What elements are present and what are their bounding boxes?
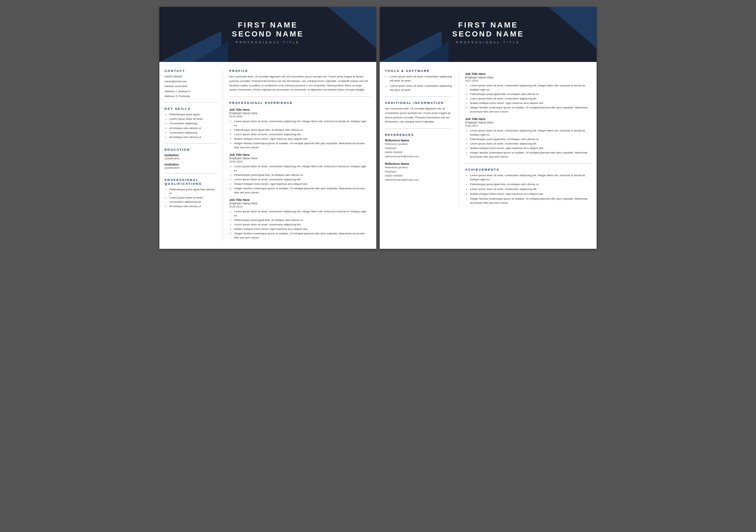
page1-header: FIRST NAME SECOND NAME PROFESSIONAL TITL… xyxy=(159,7,376,62)
p2-job1-b5: Integer facilisis scelerisque ipsum ut s… xyxy=(470,106,590,114)
p2-job1-bullets: Lorem ipsum dolor sit amet, consectetur … xyxy=(465,84,590,114)
p2-job2-b5: Integer facilisis scelerisque ipsum ut s… xyxy=(470,151,590,159)
job1-b5: Integer facilisis scelerisque ipsum ut s… xyxy=(234,141,370,150)
p2-job2-title: Job Title Here xyxy=(465,117,590,121)
skill-3: Consectetur adipiscing xyxy=(169,121,218,125)
page1-main: PROFILE Nec commodo ante. Ut convallis d… xyxy=(223,69,376,242)
edu-1-institution: Institution xyxy=(165,153,218,157)
job3-b2: Pellentesque porta ligula felis, at tris… xyxy=(234,218,370,222)
edu-2-qual: Qualification xyxy=(165,166,218,169)
additional-section: ADDITIONAL INFORMATION Nec commodo ante.… xyxy=(385,101,453,124)
page2-second-name: SECOND NAME xyxy=(387,30,590,39)
job1-b3: Lorem ipsum dolor sit amet, consectetur … xyxy=(234,132,370,137)
ref2-email: referencename@email.com xyxy=(385,178,453,182)
achievements-title: ACHIEVEMENTS xyxy=(465,168,590,171)
qual-2: Lorem ipsum dolor sit amet, consectetur … xyxy=(169,196,218,203)
p2-job1-b3: Lorem ipsum dolor sit amet, consectetur … xyxy=(470,97,590,101)
edu-2-institution: Institution xyxy=(165,163,218,166)
ach-3: Lorem ipsum dolor sit amet, consectetur … xyxy=(470,187,590,191)
contact-linkedin: linkedin.com/name xyxy=(165,84,218,88)
job1-employer: Employer Name Here xyxy=(229,111,370,115)
tools-section: TOOLS & SOFTWARE Lorem ipsum dolor sit a… xyxy=(385,69,453,92)
job3-employer: Employer Name Here xyxy=(229,202,370,205)
qual-3: At tristique odio ultrices ut xyxy=(169,204,218,208)
skill-4: At tristique odio ultrices ut xyxy=(169,126,218,130)
references-title: REFERENCES xyxy=(385,133,453,137)
job1-b4: Nullam tristique lorem lorem, eget maxim… xyxy=(234,137,370,141)
page1-title: PROFESSIONAL TITLE xyxy=(166,41,369,44)
skill-2: Lorem ipsum dolor sit amet xyxy=(169,117,218,121)
job3-title: Job Title Here xyxy=(229,198,370,202)
education-section: EDUCATION Institution Qualification Inst… xyxy=(165,148,218,169)
job1-title: Job Title Here xyxy=(229,108,370,111)
p2-job1-title: Job Title Here xyxy=(465,72,590,76)
job3-b1: Lorem ipsum dolor sit amet, consectetur … xyxy=(234,210,370,218)
job2-dates: 2018-2019 xyxy=(229,160,370,163)
p2-job2-b4: Nullam tristique lorem lorem, eget maxim… xyxy=(470,146,590,150)
job2-bullets: Lorem ipsum dolor sit amet, consectetur … xyxy=(229,164,370,195)
p2-job2-b1: Lorem ipsum dolor sit amet, consectetur … xyxy=(470,129,590,137)
p2-job1-dates: 2017-2018 xyxy=(465,79,590,82)
tool-2: Lorem ipsum dolor sit amet, consectetur … xyxy=(390,84,453,92)
p2-job2-employer: Employer Name Here xyxy=(465,121,590,124)
skills-list: Pellentesque porta ligula Lorem ipsum do… xyxy=(165,113,218,139)
contact-phone: 00000 000000 xyxy=(165,75,218,78)
job2-b3: Lorem ipsum dolor sit amet, consectetur … xyxy=(234,178,370,182)
job3-dates: 2018-2019 xyxy=(229,205,370,208)
ref2-position: Reference position xyxy=(385,166,453,170)
ref2-phone: 00000 000000 xyxy=(385,174,453,178)
tool-1: Lorem ipsum dolor sit amet, consectetur … xyxy=(390,75,453,83)
additional-text: Nec commodo ante. Ut convallis dignissim… xyxy=(385,107,453,124)
qual-1: Pellentesque porta ligula felis ultrices… xyxy=(169,188,218,195)
page2-body: TOOLS & SOFTWARE Lorem ipsum dolor sit a… xyxy=(380,62,597,213)
ach-4: Nullam tristique lorem lorem, eget maxim… xyxy=(470,192,590,196)
page1-first-name: FIRST NAME xyxy=(166,21,369,30)
ref1-phone: 00000 000000 xyxy=(385,150,453,155)
additional-title: ADDITIONAL INFORMATION xyxy=(385,101,453,105)
p2-job1-b1: Lorem ipsum dolor sit amet, consectetur … xyxy=(470,84,590,92)
qual-list: Pellentesque porta ligula felis ultrices… xyxy=(165,188,218,208)
page2-title: PROFESSIONAL TITLE xyxy=(387,41,590,44)
job1-b2: Pellentesque porta ligula felis, at tris… xyxy=(234,128,370,132)
qual-title: PROFESSIONAL QUALIFICATIONS xyxy=(165,178,218,185)
job3-b3: Lorem ipsum dolor sit amet, consectetur … xyxy=(234,223,370,227)
ach-5: Integer facilisis scelerisque ipsum ut s… xyxy=(470,197,590,205)
achievements-list: Lorem ipsum dolor sit amet, consectetur … xyxy=(465,173,590,205)
skill-6: At tristique odio ultrices ut xyxy=(169,135,218,139)
p2-job1-b4: Nullam tristique lorem lorem, eget maxim… xyxy=(470,101,590,105)
ref2-name: Reference Name xyxy=(385,162,453,166)
profile-text: Nec commodo ante. Ut convallis dignissim… xyxy=(229,75,370,92)
ach-2: Pellentesque porta ligula felis, at tris… xyxy=(470,182,590,187)
page2-right: Job Title Here Employer Name Here 2017-2… xyxy=(459,69,597,206)
skills-title: KEY SKILLS xyxy=(165,107,218,110)
job2-b2: Pellentesque porta ligula felis, at tris… xyxy=(234,173,370,177)
contact-email: name@email.com xyxy=(165,79,218,83)
job1-b1: Lorem ipsum dolor sit amet, consectetur … xyxy=(234,119,370,128)
job3-b4: Nullam tristique lorem lorem, eget maxim… xyxy=(234,227,370,231)
p2-job2-b2: Pellentesque porta ligula felis, at tris… xyxy=(470,137,590,141)
tools-list: Lorem ipsum dolor sit amet, consectetur … xyxy=(385,75,453,92)
p2-job2-b3: Lorem ipsum dolor sit amet, consectetur … xyxy=(470,142,590,146)
page1-body: CONTACT 00000 000000 name@email.com link… xyxy=(159,62,376,249)
job2-title: Job Title Here xyxy=(229,153,370,157)
references-section: REFERENCES Reference Name Reference posi… xyxy=(385,133,453,182)
page1-sidebar: CONTACT 00000 000000 name@email.com link… xyxy=(159,69,223,242)
p2-job2-dates: 2016-2017 xyxy=(465,124,590,127)
profile-title: PROFILE xyxy=(229,69,370,73)
ref1-employer: Employer xyxy=(385,146,453,150)
contact-section: CONTACT 00000 000000 name@email.com link… xyxy=(165,69,218,98)
job2-b5: Integer facilisis scelerisque ipsum ut s… xyxy=(234,187,370,195)
pages-wrapper: FIRST NAME SECOND NAME PROFESSIONAL TITL… xyxy=(159,7,597,249)
contact-address: Address 1, Address 2 xyxy=(165,89,218,93)
page-2: FIRST NAME SECOND NAME PROFESSIONAL TITL… xyxy=(380,7,597,249)
job2-employer: Employer Name Here xyxy=(229,157,370,160)
p2-job1-employer: Employer Name Here xyxy=(465,76,590,79)
contact-postcode: Address 3, Postcode xyxy=(165,94,218,98)
page-1: FIRST NAME SECOND NAME PROFESSIONAL TITL… xyxy=(159,7,376,249)
ref2-employer: Employer xyxy=(385,170,453,174)
job2-b1: Lorem ipsum dolor sit amet, consectetur … xyxy=(234,164,370,173)
ref1-email: referencename@email.com xyxy=(385,155,453,159)
skill-1: Pellentesque porta ligula xyxy=(169,113,218,116)
page2-left: TOOLS & SOFTWARE Lorem ipsum dolor sit a… xyxy=(380,69,459,206)
p2-job1-b2: Pellentesque porta ligula felis, at tris… xyxy=(470,92,590,96)
